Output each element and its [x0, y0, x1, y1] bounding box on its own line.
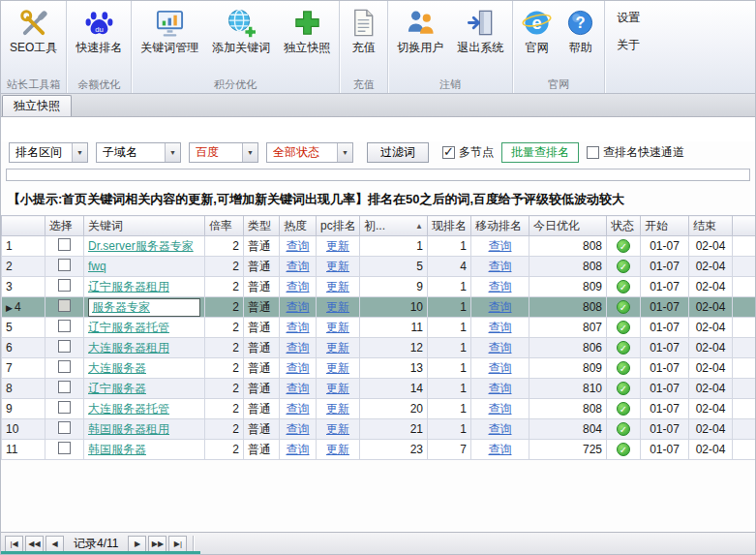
keyword-link[interactable]: 韩国服务器: [88, 443, 146, 456]
snapshot-button[interactable]: 独立快照: [277, 4, 337, 58]
mobile-query-link[interactable]: 查询: [489, 280, 512, 293]
keyword-link[interactable]: 辽宁服务器租用: [88, 280, 169, 293]
column-header[interactable]: 关键词: [84, 216, 205, 236]
pc-update-link[interactable]: 更新: [326, 443, 349, 456]
heat-cell[interactable]: 查询: [280, 318, 317, 338]
keyword-cell[interactable]: 大连服务器托管: [84, 399, 205, 419]
official-site-button[interactable]: e官网: [515, 4, 559, 58]
mobile-query-link[interactable]: 查询: [489, 239, 512, 253]
table-row[interactable]: 7大连服务器2普通查询更新131查询809✓01-0702-04: [2, 358, 756, 379]
keyword-link[interactable]: fwq: [88, 260, 106, 273]
table-row[interactable]: 11韩国服务器2普通查询更新237查询725✓01-0702-04: [2, 440, 756, 460]
column-header[interactable]: 热度: [280, 216, 317, 236]
heat-cell[interactable]: 查询: [280, 419, 317, 440]
heat-cell[interactable]: 查询: [280, 379, 317, 399]
heat-cell[interactable]: 查询: [280, 399, 317, 419]
row-select-cell[interactable]: [45, 297, 84, 318]
pc-update-link[interactable]: 更新: [326, 239, 349, 253]
exit-system-button[interactable]: 退出系统: [450, 4, 510, 58]
pc-rank-cell[interactable]: 更新: [317, 338, 360, 358]
pc-update-link[interactable]: 更新: [326, 382, 349, 395]
row-checkbox[interactable]: [58, 421, 71, 434]
column-header[interactable]: 移动排名: [471, 216, 529, 236]
pc-rank-cell[interactable]: 更新: [317, 257, 360, 277]
keyword-cell[interactable]: 服务器专家: [84, 297, 205, 318]
pc-rank-cell[interactable]: 更新: [317, 358, 360, 379]
heat-query-link[interactable]: 查询: [287, 280, 310, 293]
about-button[interactable]: 关于: [617, 37, 640, 53]
heat-query-link[interactable]: 查询: [287, 402, 310, 416]
help-button[interactable]: ?帮助: [559, 4, 602, 58]
switch-user-button[interactable]: 切换用户: [390, 4, 450, 58]
table-row[interactable]: 1Dr.server服务器专家2普通查询更新11查询808✓01-0702-04: [2, 236, 756, 257]
multi-node-option[interactable]: 多节点: [442, 144, 494, 161]
row-checkbox[interactable]: [58, 360, 71, 373]
table-row[interactable]: 5辽宁服务器托管2普通查询更新111查询807✓01-0702-04: [2, 318, 756, 338]
mobile-rank-cell[interactable]: 查询: [471, 399, 529, 419]
keyword-link[interactable]: 服务器专家: [92, 300, 150, 314]
row-select-cell[interactable]: [45, 318, 84, 338]
keyword-cell[interactable]: 辽宁服务器租用: [84, 277, 205, 297]
column-header[interactable]: 今日优化: [529, 216, 607, 236]
keyword-link[interactable]: Dr.server服务器专家: [88, 239, 194, 253]
row-select-cell[interactable]: [45, 419, 84, 440]
heat-cell[interactable]: 查询: [280, 236, 317, 257]
keyword-link[interactable]: 大连服务器租用: [88, 341, 169, 355]
mobile-rank-cell[interactable]: 查询: [471, 338, 529, 358]
mobile-rank-cell[interactable]: 查询: [471, 277, 529, 297]
keyword-cell[interactable]: 韩国服务器租用: [84, 419, 205, 440]
keyword-link[interactable]: 辽宁服务器: [88, 382, 146, 395]
row-checkbox[interactable]: [58, 401, 71, 414]
row-checkbox[interactable]: [58, 238, 71, 251]
row-select-cell[interactable]: [45, 257, 84, 277]
mobile-query-link[interactable]: 查询: [489, 443, 512, 456]
mobile-rank-cell[interactable]: 查询: [471, 297, 529, 318]
row-checkbox[interactable]: [58, 259, 71, 271]
keyword-link[interactable]: 大连服务器: [88, 361, 146, 375]
keyword-cell[interactable]: 大连服务器: [84, 358, 205, 379]
mobile-rank-cell[interactable]: 查询: [471, 318, 529, 338]
mobile-query-link[interactable]: 查询: [489, 341, 512, 355]
keyword-link[interactable]: 辽宁服务器托管: [88, 321, 169, 334]
keyword-cell[interactable]: 辽宁服务器: [84, 379, 205, 399]
subdomain-dropdown[interactable]: 子域名▼: [96, 142, 181, 163]
row-select-cell[interactable]: [45, 236, 84, 257]
row-select-cell[interactable]: [45, 338, 84, 358]
pc-rank-cell[interactable]: 更新: [317, 236, 360, 257]
row-select-cell[interactable]: [45, 399, 84, 419]
heat-query-link[interactable]: 查询: [287, 382, 310, 395]
mobile-query-link[interactable]: 查询: [489, 402, 512, 416]
heat-cell[interactable]: 查询: [280, 358, 317, 379]
column-header[interactable]: 结束: [689, 216, 733, 236]
table-row[interactable]: 10韩国服务器租用2普通查询更新211查询804✓01-0702-04: [2, 419, 756, 440]
multi-node-checkbox[interactable]: [442, 146, 455, 159]
heat-query-link[interactable]: 查询: [287, 443, 310, 456]
heat-query-link[interactable]: 查询: [287, 321, 310, 334]
heat-query-link[interactable]: 查询: [287, 260, 310, 273]
column-header[interactable]: 状态: [607, 216, 641, 236]
pc-update-link[interactable]: 更新: [326, 422, 349, 436]
mobile-rank-cell[interactable]: 查询: [471, 358, 529, 379]
mobile-rank-cell[interactable]: 查询: [471, 257, 529, 277]
pc-rank-cell[interactable]: 更新: [317, 399, 360, 419]
column-header[interactable]: 类型: [244, 216, 280, 236]
heat-query-link[interactable]: 查询: [287, 341, 310, 355]
seo-tools-button[interactable]: SEO工具: [3, 4, 64, 58]
mobile-rank-cell[interactable]: 查询: [471, 419, 529, 440]
table-row[interactable]: ▶4服务器专家2普通查询更新101查询808✓01-0702-04: [2, 297, 756, 318]
mobile-query-link[interactable]: 查询: [489, 361, 512, 375]
nav-prev-button[interactable]: ◀: [45, 536, 64, 552]
keyword-manage-button[interactable]: 关键词管理: [134, 4, 205, 58]
fast-channel-option[interactable]: 查排名快速通道: [587, 144, 684, 161]
keyword-cell[interactable]: 辽宁服务器托管: [84, 318, 205, 338]
heat-cell[interactable]: 查询: [280, 297, 317, 318]
row-select-cell[interactable]: [45, 358, 84, 379]
mobile-rank-cell[interactable]: 查询: [471, 440, 529, 460]
table-row[interactable]: 8辽宁服务器2普通查询更新141查询810✓01-0702-04: [2, 379, 756, 399]
pc-update-link[interactable]: 更新: [326, 361, 349, 375]
row-select-cell[interactable]: [45, 440, 84, 460]
keyword-cell[interactable]: 韩国服务器: [84, 440, 205, 460]
nav-next-page-button[interactable]: ▶▶: [148, 536, 166, 552]
heat-query-link[interactable]: 查询: [287, 239, 310, 253]
nav-first-button[interactable]: |◀: [5, 536, 23, 552]
